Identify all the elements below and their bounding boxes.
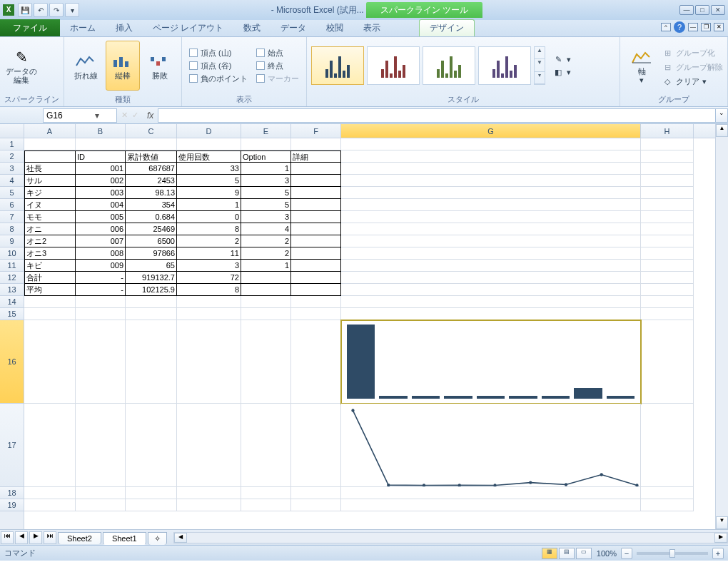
row-header-11[interactable]: 11: [0, 260, 24, 272]
cell[interactable]: キジ: [24, 187, 76, 199]
cell[interactable]: [341, 499, 641, 511]
cell[interactable]: [641, 272, 694, 284]
zoom-in-button[interactable]: +: [712, 548, 724, 559]
view-page-layout-button[interactable]: ▤: [559, 548, 575, 559]
cell[interactable]: [641, 284, 694, 296]
style-item-2[interactable]: [367, 46, 420, 85]
sheet-nav-prev[interactable]: ◀: [15, 531, 28, 544]
cell[interactable]: 3: [241, 175, 291, 187]
cell[interactable]: 2: [241, 235, 291, 247]
cell[interactable]: [341, 150, 641, 163]
row-header-5[interactable]: 5: [0, 187, 24, 199]
help-icon[interactable]: ?: [674, 21, 685, 33]
type-winloss-button[interactable]: 勝敗: [143, 41, 177, 91]
cell[interactable]: [291, 138, 341, 150]
tab-file[interactable]: ファイル: [0, 19, 60, 36]
cell[interactable]: [341, 175, 641, 187]
cell[interactable]: [641, 163, 694, 175]
row-header-1[interactable]: 1: [0, 138, 24, 150]
cell[interactable]: [291, 235, 341, 247]
cell[interactable]: [641, 138, 694, 150]
cell[interactable]: 97866: [126, 247, 177, 260]
name-box-dropdown-icon[interactable]: ▾: [80, 111, 113, 121]
cell[interactable]: 2453: [126, 175, 177, 187]
cell[interactable]: -: [76, 284, 126, 296]
cell[interactable]: [76, 320, 126, 404]
tab-design[interactable]: デザイン: [419, 19, 475, 36]
fx-label[interactable]: fx: [147, 111, 153, 121]
cell[interactable]: 102125.9: [126, 284, 177, 296]
cell[interactable]: 001: [76, 163, 126, 175]
qat-save-button[interactable]: 💾: [18, 3, 32, 17]
cell[interactable]: [341, 487, 641, 499]
cell[interactable]: [241, 138, 291, 150]
tab-review[interactable]: 校閲: [316, 20, 353, 36]
cell[interactable]: [641, 247, 694, 260]
cell[interactable]: 8: [177, 223, 241, 235]
minimize-button[interactable]: ―: [679, 5, 694, 15]
cell[interactable]: [76, 487, 126, 499]
style-gallery[interactable]: ▲▼▾: [311, 46, 545, 85]
sheet-nav-first[interactable]: ⏮: [1, 531, 14, 544]
cell[interactable]: オニ3: [24, 247, 76, 260]
cell[interactable]: [177, 320, 241, 404]
cell[interactable]: [177, 138, 241, 150]
cell[interactable]: [24, 404, 76, 487]
cell[interactable]: 33: [177, 163, 241, 175]
cell[interactable]: [177, 487, 241, 499]
cell[interactable]: [24, 499, 76, 511]
row-header-18[interactable]: 18: [0, 487, 24, 499]
cell[interactable]: 9: [177, 187, 241, 199]
cell[interactable]: [641, 296, 694, 308]
cell[interactable]: [291, 223, 341, 235]
tab-home[interactable]: ホーム: [60, 20, 106, 36]
formula-expand-button[interactable]: ⌄: [715, 108, 728, 123]
cell[interactable]: 4: [241, 223, 291, 235]
show-low-checkbox[interactable]: 頂点 (谷): [189, 61, 248, 71]
name-box[interactable]: G16 ▾: [43, 108, 117, 123]
cell[interactable]: [341, 187, 641, 199]
cell[interactable]: モモ: [24, 211, 76, 223]
row-header-14[interactable]: 14: [0, 296, 24, 308]
cell[interactable]: [291, 272, 341, 284]
cell[interactable]: 687687: [126, 163, 177, 175]
qat-customize-button[interactable]: ▾: [65, 3, 79, 17]
cell[interactable]: [341, 296, 641, 308]
cell[interactable]: [291, 284, 341, 296]
cell[interactable]: [641, 320, 694, 404]
cell[interactable]: [76, 308, 126, 320]
cell[interactable]: [341, 260, 641, 272]
cell[interactable]: [76, 296, 126, 308]
cell[interactable]: [341, 272, 641, 284]
scroll-down-button[interactable]: ▼: [716, 516, 728, 529]
cell[interactable]: 002: [76, 175, 126, 187]
cell[interactable]: 0.684: [126, 211, 177, 223]
cell[interactable]: [291, 163, 341, 175]
zoom-level[interactable]: 100%: [597, 549, 617, 558]
cell[interactable]: 005: [76, 211, 126, 223]
cell[interactable]: [126, 320, 177, 404]
cells[interactable]: ID累計数値使用回数Option詳細社長001687687331サル002245…: [24, 138, 715, 511]
axis-button[interactable]: 軸▾: [625, 41, 659, 91]
cell[interactable]: [641, 235, 694, 247]
type-line-button[interactable]: 折れ線: [69, 41, 103, 91]
show-first-checkbox[interactable]: 始点: [256, 48, 299, 58]
cell[interactable]: Option: [241, 150, 291, 163]
row-header-13[interactable]: 13: [0, 284, 24, 296]
cell[interactable]: [341, 199, 641, 211]
tab-view[interactable]: 表示: [353, 20, 390, 36]
cell[interactable]: [291, 499, 341, 511]
cell[interactable]: 11: [177, 247, 241, 260]
cell[interactable]: イヌ: [24, 199, 76, 211]
cell[interactable]: [241, 487, 291, 499]
cell[interactable]: 72: [177, 272, 241, 284]
qat-redo-button[interactable]: ↷: [49, 3, 64, 17]
cell[interactable]: [291, 187, 341, 199]
cell[interactable]: [641, 499, 694, 511]
marker-color-button[interactable]: ◧▾: [552, 66, 571, 78]
sheet-nav-next[interactable]: ▶: [29, 531, 42, 544]
cell[interactable]: 1: [177, 199, 241, 211]
style-gallery-more[interactable]: ▲▼▾: [534, 46, 545, 85]
sheet-tab-sheet1[interactable]: Sheet1: [103, 532, 146, 545]
row-header-19[interactable]: 19: [0, 499, 24, 511]
